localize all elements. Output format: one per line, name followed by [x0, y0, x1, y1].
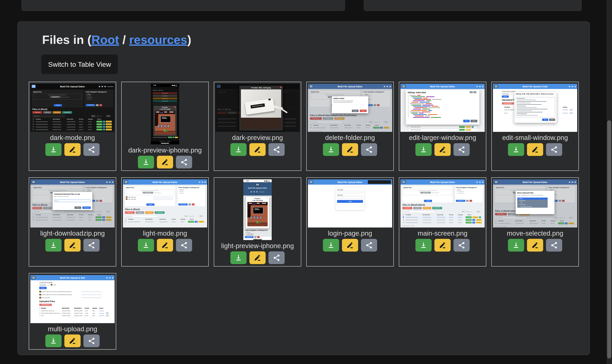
download-button[interactable]: [508, 239, 524, 252]
page-scrollbar-thumb[interactable]: [607, 120, 611, 359]
thumb-part: Folder Navigation & Management: [86, 91, 112, 93]
breadcrumb-root-link[interactable]: Root: [91, 33, 119, 47]
download-button[interactable]: [323, 143, 339, 156]
thumb-part: [402, 87, 405, 87]
thumb-part: [494, 85, 498, 88]
share-button[interactable]: [269, 143, 285, 156]
edit-button[interactable]: [435, 239, 451, 252]
thumb-part: Cinebench2024_macOS.dmg: [41, 310, 61, 312]
download-button[interactable]: [45, 143, 62, 156]
thumb-part: [415, 116, 424, 116]
thumb-part: [574, 182, 576, 183]
download-button[interactable]: [508, 143, 524, 156]
thumb-part: IMG_0170.jpeg: [128, 199, 147, 200]
download-icon: [512, 146, 520, 154]
share-button[interactable]: [83, 239, 100, 252]
thumb-part: [160, 112, 163, 113]
download-button[interactable]: [138, 239, 154, 252]
thumb-part: [310, 182, 313, 183]
share-button[interactable]: [546, 239, 562, 252]
download-icon: [327, 146, 335, 154]
file-actions: [323, 239, 377, 252]
edit-button[interactable]: [342, 143, 358, 156]
edit-button[interactable]: [249, 143, 266, 156]
thumb-part: [161, 125, 163, 128]
thumb-part: Download ZIP: [432, 207, 442, 209]
share-icon: [458, 146, 465, 154]
thumb-part: [247, 205, 251, 217]
download-button[interactable]: [415, 143, 432, 156]
thumb-part: Download: [466, 219, 472, 221]
switch-to-table-view-button[interactable]: Switch to Table View: [41, 55, 118, 74]
share-button[interactable]: [453, 143, 470, 156]
share-button[interactable]: [453, 239, 470, 252]
download-button[interactable]: [138, 156, 154, 169]
thumb-part: Move Files: [153, 97, 177, 100]
thumb-part: [36, 124, 48, 125]
edit-button[interactable]: [342, 239, 358, 252]
edit-button[interactable]: [527, 239, 543, 252]
file-thumbnail: Multi File Upload EditorPlease log in to…: [308, 179, 392, 228]
thumb-part: Download: [82, 207, 91, 209]
breadcrumb-current-link[interactable]: resources: [129, 33, 187, 47]
edit-button[interactable]: [435, 143, 451, 156]
download-button[interactable]: [415, 239, 432, 252]
thumb-part: I_am_Error.png: [155, 108, 175, 110]
share-button[interactable]: [546, 143, 562, 156]
share-button[interactable]: [83, 335, 100, 347]
thumb-part: [408, 109, 409, 110]
download-button[interactable]: [230, 251, 246, 264]
thumb-part: Close: [549, 118, 555, 121]
share-button[interactable]: [176, 156, 192, 169]
download-icon: [420, 241, 427, 249]
download-button[interactable]: [45, 239, 62, 252]
thumb-part: [408, 105, 409, 105]
download-button[interactable]: [230, 143, 246, 156]
thumb-part: Page 1 of 1: [189, 216, 198, 217]
thumb-part: Editing: PCB_PCB_ESP32-USB-C_2025-02-15-…: [516, 93, 555, 95]
thumb-part: [517, 98, 525, 99]
edit-button[interactable]: [64, 335, 81, 347]
thumb-part: Download: [99, 313, 105, 314]
edit-button[interactable]: [527, 143, 543, 156]
edit-icon: [439, 146, 446, 154]
thumb-part: [264, 181, 270, 182]
thumb-part: [495, 86, 498, 87]
thumb-part: [33, 129, 34, 130]
thumb-part: 25 bytes: [85, 315, 91, 316]
thumb-part: [103, 121, 105, 123]
thumb-part: [402, 85, 406, 88]
thumb-part: [32, 86, 35, 87]
share-button[interactable]: [269, 251, 285, 264]
edit-button[interactable]: [64, 143, 81, 156]
file-card: Multi File Upload EditorPlease log in to…: [306, 177, 394, 267]
thumb-part: subfolder: [87, 99, 111, 100]
thumb-part: [39, 313, 40, 313]
thumb-part: [153, 103, 177, 105]
thumb-part: [218, 112, 226, 114]
edit-button[interactable]: [157, 156, 173, 169]
thumb-part: Rename: [472, 216, 478, 218]
thumb-part: [253, 207, 263, 214]
edit-button[interactable]: [157, 239, 173, 252]
share-button[interactable]: [176, 239, 192, 252]
file-card: Multi File Upload EditorUpload FilesDrag…: [306, 82, 394, 171]
share-button[interactable]: [361, 239, 377, 252]
edit-button[interactable]: [64, 239, 81, 252]
files-grid: Multi File Upload EditorLight ModeUpload…: [29, 82, 579, 350]
share-button[interactable]: [361, 143, 377, 156]
share-button[interactable]: [83, 143, 100, 156]
thumb-part: Multi File Upload & Edit: [505, 85, 565, 88]
thumb-part: [+] NewFolder1: [246, 233, 270, 234]
thumb-part: Download: [563, 109, 569, 111]
page-scrollbar-track[interactable]: [607, 0, 612, 364]
edit-button[interactable]: [249, 251, 266, 264]
download-button[interactable]: [323, 239, 339, 252]
thumb-part: [413, 101, 425, 101]
thumb-part: [423, 220, 431, 221]
thumb-part: 02/23/25 12:15AM: [62, 315, 73, 316]
thumb-part: [145, 221, 154, 222]
download-button[interactable]: [45, 335, 62, 347]
thumb-part: [106, 182, 108, 183]
thumb-part: Actions: [99, 307, 110, 309]
